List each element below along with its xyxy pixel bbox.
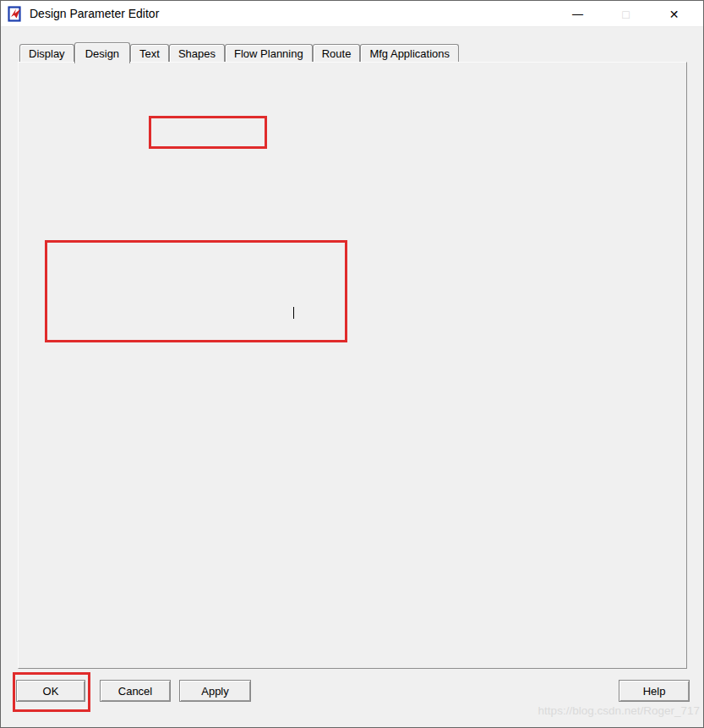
minimize-icon: —: [572, 8, 583, 20]
maximize-button[interactable]: □: [602, 1, 650, 27]
ok-button[interactable]: OK: [16, 680, 85, 702]
tab-shapes[interactable]: Shapes: [169, 44, 225, 62]
window-title: Design Parameter Editor: [30, 7, 159, 20]
tab-text[interactable]: Text: [130, 44, 169, 62]
tab-design[interactable]: Design: [74, 42, 130, 63]
tab-mfg-applications[interactable]: Mfg Applications: [360, 44, 459, 62]
tab-route[interactable]: Route: [313, 44, 361, 62]
tab-strip: Display Design Text Shapes Flow Planning…: [19, 41, 459, 63]
apply-button[interactable]: Apply: [179, 680, 251, 702]
tab-flow-planning[interactable]: Flow Planning: [225, 44, 313, 62]
cancel-button[interactable]: Cancel: [100, 680, 171, 702]
design-parameter-editor-dialog: Design Parameter Editor — □ ✕ Display De…: [0, 0, 704, 728]
title-bar: Design Parameter Editor — □ ✕: [1, 1, 703, 27]
help-button[interactable]: Help: [619, 680, 690, 702]
tab-content-panel: [18, 62, 687, 669]
watermark: https://blog.csdn.net/Roger_717: [538, 704, 700, 717]
maximize-icon: □: [622, 8, 629, 21]
tab-display[interactable]: Display: [19, 44, 74, 62]
close-icon: ✕: [669, 8, 679, 21]
close-button[interactable]: ✕: [650, 1, 698, 27]
text-cursor: [293, 307, 294, 319]
window-controls: — □ ✕: [554, 1, 698, 27]
app-icon: [8, 6, 24, 22]
minimize-button[interactable]: —: [554, 1, 602, 27]
